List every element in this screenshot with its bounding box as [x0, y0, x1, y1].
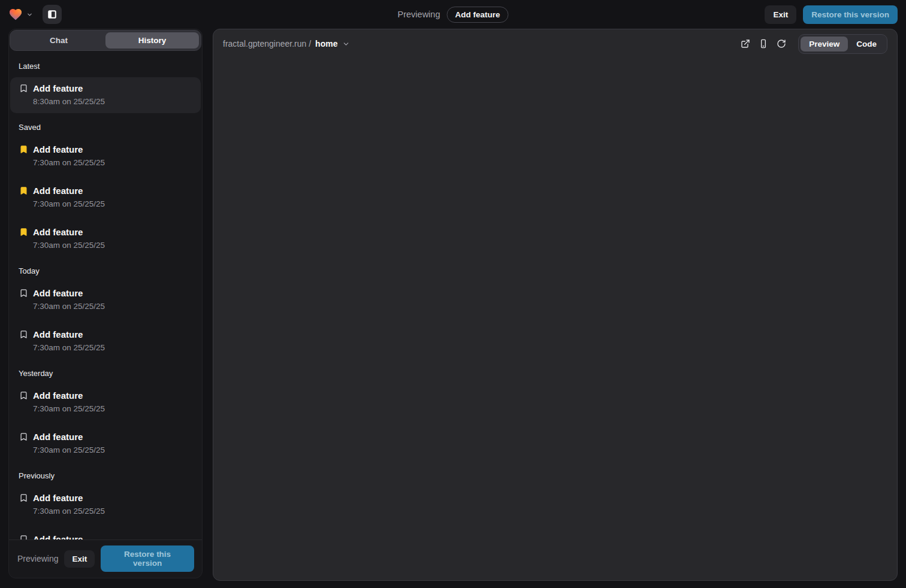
- bookmark-outline-icon: [17, 287, 29, 298]
- history-section-title: Latest: [19, 62, 192, 71]
- history-section-title: Today: [19, 266, 192, 275]
- history-item-timestamp: 7:30am on 25/25/25: [33, 505, 105, 518]
- tab-preview[interactable]: Preview: [801, 37, 848, 51]
- history-item-timestamp: 7:30am on 25/25/25: [33, 198, 105, 211]
- history-item-timestamp: 7:30am on 25/25/25: [33, 156, 105, 169]
- history-section-items: Add feature 7:30am on 25/25/25 Add featu…: [10, 487, 201, 539]
- url-page: home: [315, 39, 337, 49]
- history-item[interactable]: Add feature 7:30am on 25/25/25: [10, 282, 201, 318]
- history-section-title: Previously: [19, 471, 192, 480]
- preview-viewport[interactable]: [213, 58, 897, 580]
- bookmark-outline-icon: [17, 533, 29, 539]
- history-section: Saved Add feature 7:30am on 25/25/25 Add…: [10, 123, 201, 257]
- history-section: Yesterday Add feature 7:30am on 25/25/25…: [10, 369, 201, 462]
- history-item[interactable]: Add feature 7:30am on 25/25/25: [10, 323, 201, 359]
- history-section-items: Add feature 7:30am on 25/25/25 Add featu…: [10, 282, 201, 359]
- history-item[interactable]: Add feature 7:30am on 25/25/25: [10, 528, 201, 539]
- history-sidebar: ChatHistory Latest Add feature 8:30am on…: [8, 29, 203, 578]
- history-item[interactable]: Add feature 7:30am on 25/25/25: [10, 221, 201, 257]
- history-item-timestamp: 8:30am on 25/25/25: [33, 95, 105, 108]
- history-section: Today Add feature 7:30am on 25/25/25 Add…: [10, 266, 201, 359]
- history-item-timestamp: 7:30am on 25/25/25: [33, 444, 105, 457]
- preview-actions: Preview Code: [738, 34, 887, 54]
- history-list[interactable]: Latest Add feature 8:30am on 25/25/25 Sa…: [9, 51, 202, 539]
- history-item[interactable]: Add feature 7:30am on 25/25/25: [10, 426, 201, 462]
- bookmark-outline-icon: [17, 389, 29, 400]
- previewing-label: Previewing: [398, 10, 440, 19]
- lovable-heart-icon[interactable]: [8, 7, 23, 22]
- history-item-title: Add feature: [33, 82, 105, 95]
- history-item-timestamp: 7:30am on 25/25/25: [33, 239, 105, 252]
- footer-previewing-label: Previewing: [17, 554, 58, 563]
- url-bar[interactable]: fractal.gptengineer.run / home: [223, 39, 350, 49]
- history-section-title: Yesterday: [19, 369, 192, 378]
- bookmark-filled-icon: [17, 184, 29, 195]
- history-section-items: Add feature 7:30am on 25/25/25 Add featu…: [10, 384, 201, 462]
- topbar-left: [8, 5, 62, 24]
- history-item-title: Add feature: [33, 143, 105, 156]
- url-chevron-down-icon: [342, 40, 350, 48]
- tab-history[interactable]: History: [105, 32, 199, 49]
- history-item-title: Add feature: [33, 389, 105, 402]
- history-item-title: Add feature: [33, 328, 105, 341]
- panel-left-toggle-button[interactable]: [43, 5, 62, 24]
- tab-code[interactable]: Code: [848, 37, 885, 51]
- tab-chat[interactable]: Chat: [12, 32, 105, 49]
- history-item-title: Add feature: [33, 431, 105, 444]
- version-badge[interactable]: Add feature: [446, 7, 508, 23]
- history-item-title: Add feature: [33, 533, 105, 539]
- history-item-title: Add feature: [33, 184, 105, 198]
- view-toggle: Preview Code: [798, 34, 887, 54]
- open-external-button[interactable]: [738, 37, 753, 51]
- topbar-right: Exit Restore this version: [765, 5, 898, 24]
- main-row: ChatHistory Latest Add feature 8:30am on…: [0, 29, 906, 588]
- bookmark-filled-icon: [17, 226, 29, 237]
- bookmark-outline-icon: [17, 82, 29, 93]
- history-section-title: Saved: [19, 123, 192, 132]
- history-section: Latest Add feature 8:30am on 25/25/25: [10, 62, 201, 113]
- chevron-down-icon[interactable]: [26, 11, 33, 18]
- history-section-items: Add feature 7:30am on 25/25/25 Add featu…: [10, 138, 201, 257]
- restore-version-button[interactable]: Restore this version: [803, 5, 898, 24]
- history-item-timestamp: 7:30am on 25/25/25: [33, 341, 105, 354]
- external-link-icon: [741, 39, 750, 49]
- mobile-view-button[interactable]: [756, 37, 771, 51]
- bookmark-outline-icon: [17, 492, 29, 502]
- url-prefix: fractal.gptengineer.run /: [223, 39, 311, 49]
- bookmark-filled-icon: [17, 143, 29, 154]
- topbar-center: Previewing Add feature: [398, 0, 509, 29]
- history-item[interactable]: Add feature 7:30am on 25/25/25: [10, 487, 201, 523]
- smartphone-icon: [759, 39, 768, 49]
- footer-restore-version-button[interactable]: Restore this version: [101, 545, 194, 572]
- sidebar-footer: Previewing Exit Restore this version: [9, 539, 202, 578]
- history-item-title: Add feature: [33, 492, 105, 505]
- history-section-items: Add feature 8:30am on 25/25/25: [10, 77, 201, 113]
- panel-left-icon: [47, 9, 58, 20]
- preview-panel: fractal.gptengineer.run / home: [213, 29, 898, 581]
- preview-header: fractal.gptengineer.run / home: [213, 29, 897, 58]
- history-item-title: Add feature: [33, 226, 105, 239]
- bookmark-outline-icon: [17, 328, 29, 339]
- exit-button[interactable]: Exit: [765, 5, 796, 24]
- history-item-title: Add feature: [33, 287, 105, 300]
- history-item[interactable]: Add feature 7:30am on 25/25/25: [10, 180, 201, 216]
- history-item-timestamp: 7:30am on 25/25/25: [33, 402, 105, 416]
- bookmark-outline-icon: [17, 431, 29, 441]
- history-item-timestamp: 7:30am on 25/25/25: [33, 300, 105, 313]
- history-item[interactable]: Add feature 8:30am on 25/25/25: [10, 77, 201, 113]
- refresh-icon: [777, 39, 786, 49]
- sidebar-tabs: ChatHistory: [10, 30, 201, 51]
- history-item[interactable]: Add feature 7:30am on 25/25/25: [10, 138, 201, 174]
- history-item[interactable]: Add feature 7:30am on 25/25/25: [10, 384, 201, 420]
- refresh-button[interactable]: [774, 37, 789, 51]
- topbar: Previewing Add feature Exit Restore this…: [0, 0, 906, 29]
- history-section: Previously Add feature 7:30am on 25/25/2…: [10, 471, 201, 539]
- footer-exit-button[interactable]: Exit: [64, 550, 95, 568]
